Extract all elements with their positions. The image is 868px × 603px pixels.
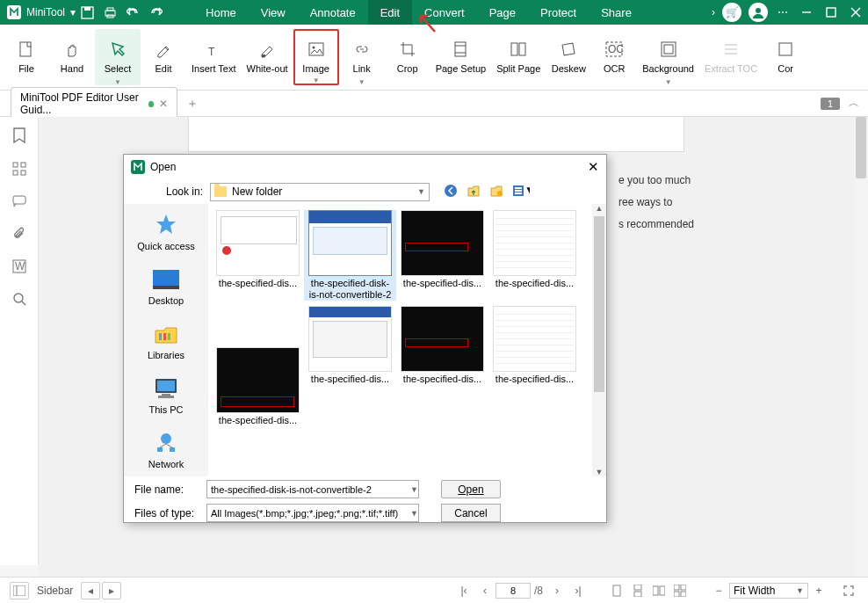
- menu-page[interactable]: Page: [477, 0, 528, 25]
- save-icon[interactable]: [76, 1, 98, 24]
- svg-rect-72: [681, 592, 686, 597]
- place-quick-access[interactable]: Quick access: [137, 211, 194, 251]
- search-icon[interactable]: [12, 292, 26, 309]
- bookmark-icon[interactable]: [12, 127, 26, 146]
- dialog-scroll-thumb[interactable]: [594, 216, 604, 392]
- prev-page-icon[interactable]: ‹: [475, 582, 495, 599]
- ribbon-split-page-button[interactable]: Split Page: [491, 29, 546, 85]
- menu-annotate[interactable]: Annotate: [298, 0, 368, 25]
- svg-rect-26: [664, 45, 673, 54]
- page-number-input[interactable]: [495, 583, 531, 599]
- ribbon-crop-button[interactable]: Crop: [385, 29, 430, 85]
- comments-icon[interactable]: [12, 194, 26, 211]
- ribbon-insert-text-button[interactable]: TInsert Text: [186, 29, 242, 85]
- ribbon-page-setup-button[interactable]: Page Setup: [430, 29, 492, 85]
- two-page-continuous-icon[interactable]: [670, 582, 690, 599]
- menu-edit[interactable]: Edit: [368, 0, 412, 25]
- svg-rect-31: [13, 163, 18, 167]
- collapse-chevron-icon[interactable]: ︿: [849, 96, 859, 111]
- file-item[interactable]: the-specified-dis...: [212, 347, 304, 426]
- zoom-dropdown[interactable]: Fit Width▼: [729, 583, 808, 599]
- vertical-scrollbar[interactable]: [854, 117, 868, 577]
- menu-share[interactable]: Share: [589, 0, 644, 25]
- place-this-pc[interactable]: This PC: [148, 374, 183, 415]
- ribbon-cor-button[interactable]: Cor: [763, 29, 808, 85]
- ribbon-ocr-button[interactable]: OCROCR: [591, 29, 637, 85]
- ribbon-white-out-button[interactable]: White-out: [242, 29, 293, 85]
- new-folder-icon[interactable]: [489, 184, 503, 200]
- more-icon[interactable]: ⋯: [771, 1, 794, 24]
- continuous-view-icon[interactable]: [628, 582, 647, 599]
- dialog-scrollbar[interactable]: ▲ ▼: [592, 204, 606, 476]
- place-network[interactable]: Network: [148, 429, 184, 469]
- ribbon-edit-button[interactable]: Edit: [141, 29, 186, 85]
- ribbon-image-button[interactable]: Image▼: [293, 29, 339, 85]
- file-name: the-specified-disk-is-not-convertible-2: [307, 278, 394, 301]
- page-thumbnail-badge: 1: [821, 98, 840, 110]
- single-page-view-icon[interactable]: [607, 582, 626, 599]
- filename-input[interactable]: [206, 480, 419, 498]
- zoom-out-icon[interactable]: −: [709, 582, 728, 599]
- file-item[interactable]: the-specified-disk-is-not-convertible-2: [304, 210, 396, 301]
- close-tab-icon[interactable]: ✕: [159, 98, 168, 110]
- open-button[interactable]: Open: [441, 480, 501, 498]
- up-folder-icon[interactable]: [467, 184, 481, 200]
- menu-view[interactable]: View: [249, 0, 298, 25]
- svg-rect-48: [153, 270, 179, 286]
- ribbon-deskew-button[interactable]: Deskew: [546, 29, 591, 85]
- menu-protect[interactable]: Protect: [528, 0, 589, 25]
- scroll-thumb[interactable]: [856, 117, 866, 178]
- chevron-right-icon[interactable]: ›: [712, 6, 715, 18]
- print-icon[interactable]: [98, 1, 121, 24]
- next-section-icon[interactable]: ▸: [102, 582, 121, 599]
- document-tab[interactable]: MiniTool PDF Editor User Guid... ✕: [11, 87, 177, 120]
- user-icon[interactable]: [749, 3, 768, 22]
- cancel-button[interactable]: Cancel: [441, 504, 501, 522]
- filetype-dropdown[interactable]: [206, 504, 419, 522]
- file-item[interactable]: the-specified-dis...: [396, 210, 488, 301]
- file-item[interactable]: the-specified-dis...: [396, 306, 488, 426]
- ribbon-select-button[interactable]: Select▼: [95, 29, 141, 85]
- ribbon-hand-button[interactable]: Hand: [49, 29, 95, 85]
- menu-home[interactable]: Home: [193, 0, 249, 25]
- file-list[interactable]: the-specified-dis...the-specified-disk-i…: [208, 204, 606, 476]
- prev-section-icon[interactable]: ◂: [81, 582, 100, 599]
- file-item[interactable]: the-specified-dis...: [488, 306, 581, 426]
- close-button[interactable]: [843, 0, 868, 25]
- place-desktop[interactable]: Desktop: [148, 265, 184, 306]
- cart-icon[interactable]: 🛒: [722, 3, 741, 22]
- view-mode-icon[interactable]: ▼: [512, 184, 530, 200]
- undo-icon[interactable]: [121, 1, 144, 24]
- file-item[interactable]: the-specified-dis...: [212, 210, 304, 301]
- sidebar-toggle-icon[interactable]: [10, 582, 29, 599]
- place-libraries[interactable]: Libraries: [148, 320, 184, 360]
- word-export-icon[interactable]: W: [12, 259, 26, 276]
- deskew-icon: [559, 40, 578, 60]
- thumbnails-icon[interactable]: [12, 162, 26, 178]
- last-page-icon[interactable]: ›|: [568, 582, 588, 599]
- lookin-dropdown[interactable]: New folder ▼: [210, 183, 430, 201]
- svg-rect-67: [653, 586, 658, 595]
- file-item[interactable]: the-specified-dis...: [488, 210, 581, 301]
- attachment-icon[interactable]: [12, 227, 26, 243]
- svg-rect-69: [674, 585, 679, 590]
- file-item[interactable]: the-specified-dis...: [304, 306, 396, 426]
- fullscreen-icon[interactable]: [839, 582, 858, 599]
- svg-rect-14: [262, 54, 265, 57]
- ribbon-link-button[interactable]: Link▼: [339, 29, 385, 85]
- back-icon[interactable]: [444, 184, 458, 200]
- new-tab-button[interactable]: ＋: [186, 96, 199, 112]
- ribbon-background-button[interactable]: Background▼: [637, 29, 699, 85]
- first-page-icon[interactable]: |‹: [454, 582, 474, 599]
- ribbon-extract-toc-button[interactable]: Extract TOC: [699, 29, 763, 85]
- next-page-icon[interactable]: ›: [547, 582, 567, 599]
- ribbon-file-button[interactable]: File: [4, 29, 49, 85]
- maximize-button[interactable]: [819, 0, 843, 25]
- minimize-button[interactable]: [794, 0, 819, 25]
- file-thumbnail-icon: [216, 347, 300, 413]
- menu-convert[interactable]: Convert: [412, 0, 477, 25]
- two-page-view-icon[interactable]: [649, 582, 669, 599]
- zoom-in-icon[interactable]: +: [809, 582, 828, 599]
- dialog-close-icon[interactable]: ✕: [588, 159, 599, 175]
- redo-icon[interactable]: [144, 1, 167, 24]
